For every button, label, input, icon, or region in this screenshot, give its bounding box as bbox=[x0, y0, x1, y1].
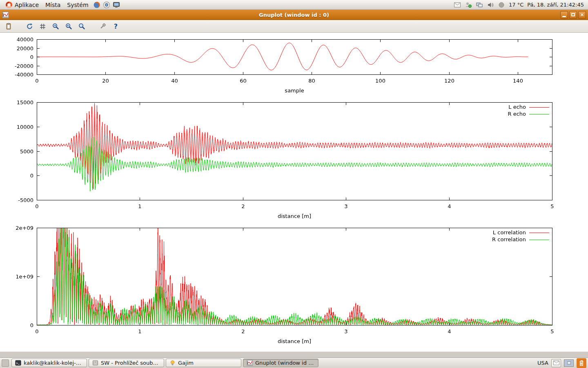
menu-applications[interactable]: Aplikace bbox=[2, 0, 42, 9]
close-button[interactable]: × bbox=[578, 11, 586, 19]
task-label: kaklik@kaklik-kolej-u... bbox=[24, 360, 83, 366]
gnuplot-charts-canvas[interactable] bbox=[0, 33, 588, 352]
titlebar[interactable]: Gnuplot (window id : 0) × bbox=[0, 10, 588, 20]
zoom-next-icon[interactable] bbox=[63, 21, 74, 31]
window-title: Gnuplot (window id : 0) bbox=[0, 12, 588, 18]
taskbar: kaklik@kaklik-kolej-u... SW - Prohlížeč … bbox=[0, 357, 588, 368]
menu-system-label: Systém bbox=[67, 2, 88, 8]
desktop: Aplikace Místa Systém bbox=[0, 0, 588, 368]
trash-icon[interactable] bbox=[577, 358, 586, 368]
menu-places-label: Místa bbox=[45, 2, 60, 8]
minimize-button[interactable] bbox=[560, 11, 568, 19]
task-label: Gnuplot (window id : 0) bbox=[255, 360, 315, 366]
weather-icon[interactable] bbox=[498, 1, 505, 9]
window-buttons: × bbox=[560, 11, 586, 19]
config-icon[interactable] bbox=[97, 21, 108, 31]
menu-applications-label: Aplikace bbox=[15, 2, 39, 8]
volume-icon[interactable] bbox=[487, 1, 494, 9]
mail-notification-icon[interactable] bbox=[551, 359, 561, 367]
task-terminal[interactable]: kaklik@kaklik-kolej-u... bbox=[11, 359, 87, 367]
presence-icon[interactable] bbox=[465, 1, 472, 9]
gajim-icon bbox=[169, 360, 176, 366]
network-monitor-icon[interactable] bbox=[476, 1, 483, 9]
system-tray: 17 °C Pá, 18. září, 21:42:45 bbox=[454, 1, 586, 9]
task-file-manager[interactable]: SW - Prohlížeč souborů bbox=[89, 359, 164, 367]
firefox-icon[interactable] bbox=[92, 0, 102, 9]
screenshot-icon[interactable] bbox=[111, 0, 121, 9]
gnuplot-window: Gnuplot (window id : 0) × bbox=[0, 10, 588, 352]
toolbar: ? bbox=[0, 20, 588, 33]
gnuplot-window-icon bbox=[2, 11, 9, 18]
autoscale-icon[interactable] bbox=[76, 21, 87, 31]
mail-icon[interactable] bbox=[454, 1, 461, 9]
maximize-button[interactable] bbox=[569, 11, 577, 19]
plot-area bbox=[0, 33, 588, 352]
help-icon[interactable]: ? bbox=[110, 21, 121, 31]
copy-icon[interactable] bbox=[3, 21, 14, 31]
keyboard-layout-indicator[interactable]: USA bbox=[537, 360, 548, 366]
window-selector-icon[interactable] bbox=[2, 359, 9, 367]
ubuntu-logo-icon bbox=[6, 2, 12, 8]
task-label: Gajim bbox=[178, 360, 194, 366]
workspace-switcher[interactable] bbox=[564, 359, 574, 367]
menu-system[interactable]: Systém bbox=[64, 0, 91, 9]
temperature-label[interactable]: 17 °C bbox=[509, 2, 523, 8]
task-gnuplot[interactable]: Gnuplot (window id : 0) bbox=[243, 359, 318, 367]
file-manager-icon bbox=[92, 360, 98, 366]
replot-icon[interactable] bbox=[24, 21, 35, 31]
menu-places[interactable]: Místa bbox=[42, 0, 64, 9]
top-panel: Aplikace Místa Systém bbox=[0, 0, 588, 10]
gnuplot-icon bbox=[247, 360, 253, 366]
task-label: SW - Prohlížeč souborů bbox=[101, 360, 160, 366]
zoom-previous-icon[interactable] bbox=[50, 21, 61, 31]
clock[interactable]: Pá, 18. září, 21:42:45 bbox=[527, 2, 584, 8]
task-gajim[interactable]: Gajim bbox=[166, 359, 241, 367]
grid-icon[interactable] bbox=[37, 21, 48, 31]
taskbar-right: USA bbox=[537, 358, 586, 368]
terminal-icon bbox=[15, 360, 21, 366]
help-browser-icon[interactable] bbox=[102, 0, 111, 9]
